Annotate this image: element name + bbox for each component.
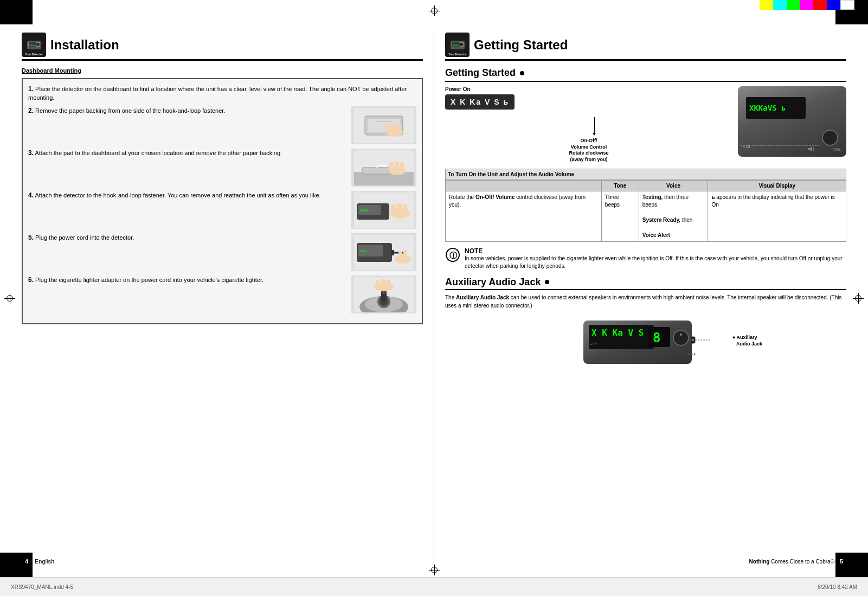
- step-2-text: 2. Remove the paper backing from one sid…: [28, 106, 346, 116]
- svg-text:ⓘ: ⓘ: [449, 251, 458, 260]
- step-1-content: Place the detector on the dashboard to f…: [28, 86, 407, 101]
- svg-rect-47: [381, 279, 385, 288]
- svg-rect-48: [387, 280, 390, 288]
- table-header-voice: Voice: [639, 180, 708, 191]
- step-3-number: 3.: [28, 149, 34, 157]
- right-detector-icon: XKKa Your Detector: [445, 33, 470, 57]
- step-3-content: Attach the pad to the dashboard at your …: [35, 150, 282, 156]
- page-number-5: 5: [837, 556, 846, 566]
- table-header-display: Visual Display: [708, 180, 846, 191]
- on-off-arrow: [456, 117, 732, 133]
- color-bar: [760, 0, 868, 10]
- on-off-label: On-Off/Volume ControlRotate clockwise(aw…: [445, 138, 732, 163]
- table-cell-visual: ь appears in the display indicating that…: [708, 191, 846, 241]
- section-bullet-dot: [520, 71, 524, 75]
- svg-marker-54: [808, 146, 812, 152]
- power-on-section: Power On X K Ka V S ь On-Off/Volume Cont…: [445, 86, 846, 163]
- aux-section-bullet: [545, 280, 549, 284]
- svg-text:CITY: CITY: [590, 342, 597, 345]
- table-cell-tone: Three beeps: [601, 191, 639, 241]
- speaker-icon: [808, 146, 816, 154]
- file-info: XRS9470_MANL.indd 4-5: [11, 584, 73, 590]
- step-1-number: 1.: [28, 85, 34, 93]
- svg-text:8: 8: [653, 330, 660, 345]
- step-2-content: Remove the paper backing from one side o…: [35, 107, 225, 114]
- power-on-label: Power On: [445, 86, 732, 92]
- svg-text:XKKa: XKKa: [359, 249, 368, 253]
- tagline: Nothing Comes Close to a Cobra®: [749, 559, 834, 565]
- step-4-content: Attach the detector to the hook-and-loop…: [35, 192, 320, 198]
- vol-label: VOL: [833, 148, 841, 151]
- step-5-text: 5. Plug the power cord into the detector…: [28, 233, 346, 242]
- step-4-number: 4.: [28, 191, 34, 199]
- svg-rect-27: [397, 203, 402, 216]
- svg-point-35: [395, 255, 411, 264]
- step-4-illustration: XKKa: [354, 193, 414, 228]
- section-title-dashboard: Dashboard Mounting: [22, 67, 423, 74]
- note-icon: ⓘ: [445, 247, 460, 262]
- step-3-image: [351, 149, 416, 187]
- svg-point-62: [673, 330, 689, 345]
- svg-point-5: [37, 43, 38, 45]
- step-6: 6. Plug the cigarette lighter adapter on…: [28, 275, 416, 313]
- bottom-bar: XRS9470_MANL.indd 4-5 8/20/10 8:42 AM: [0, 577, 868, 596]
- getting-started-section: Getting Started Power On X K Ka V S ь On…: [445, 67, 846, 270]
- step-6-illustration: [354, 277, 414, 312]
- table-header-tone: Tone: [601, 180, 639, 191]
- page-number-4: 4: [22, 556, 31, 566]
- display-readout: XKKaVS ь: [749, 104, 786, 112]
- svg-point-70: [692, 339, 694, 341]
- step-4-image: XKKa: [351, 191, 416, 229]
- step-3-illustration: [354, 150, 414, 185]
- step-1-text: 1. Place the detector on the dashboard t…: [28, 85, 416, 102]
- step-4: 4. Attach the detector to the hook-and-l…: [28, 191, 416, 229]
- right-detector-svg: XKKa: [449, 37, 466, 53]
- svg-text:X K Ka V S: X K Ka V S: [591, 328, 644, 338]
- aux-title: Auxiliary Audio Jack: [445, 277, 541, 288]
- step-5-content: Plug the power cord into the detector.: [35, 234, 134, 241]
- power-on-right: XKKaVS ь VOL • 10: [738, 86, 846, 163]
- svg-rect-36: [398, 251, 402, 261]
- right-page: XKKa Your Detector Getting Started Getti…: [434, 27, 857, 569]
- note-section: ⓘ NOTE In some vehicles, power is suppli…: [445, 247, 846, 270]
- right-detector-label: Your Detector: [445, 53, 470, 56]
- left-page-title: Installation: [50, 37, 119, 53]
- getting-started-subtitle: Getting Started: [445, 67, 516, 79]
- arrow-line: [594, 117, 595, 133]
- svg-text:XKKa: XKKa: [453, 43, 459, 47]
- note-icon-container: ⓘ: [445, 247, 460, 264]
- step-6-text: 6. Plug the cigarette lighter adapter on…: [28, 275, 346, 285]
- table-row-main: Rotate the On-Off/ Volume control clockw…: [446, 191, 846, 241]
- power-on-left: Power On X K Ka V S ь On-Off/Volume Cont…: [445, 86, 732, 163]
- svg-point-64: [689, 353, 690, 355]
- detector-display: X K Ka V S ь: [445, 94, 515, 110]
- step-2: 2. Remove the paper backing from one sid…: [28, 106, 416, 144]
- svg-rect-18: [389, 162, 394, 173]
- svg-text:XKKa: XKKa: [29, 43, 36, 47]
- step-1: 1. Place the detector on the dashboard t…: [28, 85, 416, 102]
- audio-table: To Turn On the Unit and Adjust the Audio…: [445, 169, 846, 242]
- table-header-rotate: [446, 180, 602, 191]
- left-detector-icon: XKKa Your Detector: [22, 33, 46, 57]
- step-5: 5. Plug the power cord into the detector…: [28, 233, 416, 271]
- svg-rect-11: [392, 123, 396, 135]
- svg-point-53: [460, 43, 463, 46]
- note-label: NOTE: [465, 247, 483, 255]
- table-cell-rotate: Rotate the On-Off/ Volume control clockw…: [446, 191, 602, 241]
- aux-port-label: ● Auxiliary Audio Jack: [732, 334, 762, 348]
- audio-table-caption: To Turn On the Unit and Adjust the Audio…: [445, 169, 846, 180]
- right-footer: Nothing Comes Close to a Cobra® 5: [749, 556, 846, 566]
- step-3: 3. Attach the pad to the dashboard at yo…: [28, 149, 416, 187]
- step-5-image: XKKa: [351, 233, 416, 271]
- step-2-illustration: [354, 108, 414, 143]
- svg-point-65: [691, 353, 693, 355]
- svg-rect-33: [391, 250, 394, 255]
- svg-rect-10: [387, 124, 391, 135]
- left-page: XKKa Your Detector Installation Dashboar…: [11, 27, 434, 569]
- svg-rect-16: [362, 168, 389, 174]
- right-page-header: XKKa Your Detector Getting Started: [445, 33, 846, 61]
- svg-rect-37: [403, 250, 407, 261]
- svg-rect-28: [403, 204, 407, 215]
- date-info: 8/20/10 8:42 AM: [818, 584, 857, 590]
- step-4-text: 4. Attach the detector to the hook-and-l…: [28, 191, 346, 200]
